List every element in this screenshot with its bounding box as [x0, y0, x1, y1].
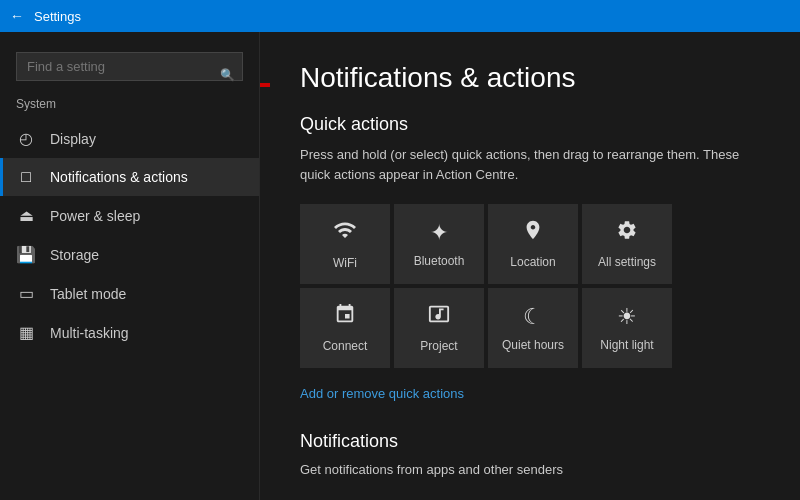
- notifications-icon: □: [16, 168, 36, 186]
- quick-action-project[interactable]: Project: [394, 288, 484, 368]
- sidebar-item-power-label: Power & sleep: [50, 208, 140, 224]
- add-remove-link[interactable]: Add or remove quick actions: [300, 386, 464, 401]
- sidebar-item-notifications-label: Notifications & actions: [50, 169, 188, 185]
- quick-action-connect[interactable]: Connect: [300, 288, 390, 368]
- sidebar-item-multitasking[interactable]: ▦ Multi-tasking: [0, 313, 259, 352]
- sidebar-item-multitasking-label: Multi-tasking: [50, 325, 129, 341]
- quick-action-quiet-hours[interactable]: ☾ Quiet hours: [488, 288, 578, 368]
- sidebar-item-tablet[interactable]: ▭ Tablet mode: [0, 274, 259, 313]
- quick-action-bluetooth[interactable]: ✦ Bluetooth: [394, 204, 484, 284]
- page-title: Notifications & actions: [300, 62, 760, 94]
- night-light-icon: ☀: [617, 304, 637, 330]
- sidebar: 🔍 System ◴ Display □ Notifications & act…: [0, 32, 260, 500]
- location-icon: [522, 219, 544, 247]
- quiet-hours-label: Quiet hours: [502, 338, 564, 352]
- sidebar-item-display-label: Display: [50, 131, 96, 147]
- quick-action-location[interactable]: Location: [488, 204, 578, 284]
- sidebar-item-tablet-label: Tablet mode: [50, 286, 126, 302]
- notifications-section-title: Notifications: [300, 431, 760, 452]
- sidebar-item-storage[interactable]: 💾 Storage: [0, 235, 259, 274]
- location-label: Location: [510, 255, 555, 269]
- project-label: Project: [420, 339, 457, 353]
- multitasking-icon: ▦: [16, 323, 36, 342]
- storage-icon: 💾: [16, 245, 36, 264]
- wifi-icon: [333, 218, 357, 248]
- quick-actions-grid: WiFi ✦ Bluetooth Location: [300, 204, 760, 368]
- search-container: 🔍: [0, 52, 259, 97]
- app-title: Settings: [34, 9, 81, 24]
- arrow-annotation: [260, 60, 275, 114]
- main-layout: 🔍 System ◴ Display □ Notifications & act…: [0, 32, 800, 500]
- quick-action-night-light[interactable]: ☀ Night light: [582, 288, 672, 368]
- all-settings-icon: [616, 219, 638, 247]
- sidebar-item-display[interactable]: ◴ Display: [0, 119, 259, 158]
- content-area: Notifications & actions Quick actions Pr…: [260, 32, 800, 500]
- search-icon: 🔍: [220, 68, 235, 82]
- quick-actions-desc: Press and hold (or select) quick actions…: [300, 145, 760, 184]
- sidebar-section-label: System: [0, 97, 259, 119]
- all-settings-label: All settings: [598, 255, 656, 269]
- notifications-desc: Get notifications from apps and other se…: [300, 462, 760, 477]
- back-button[interactable]: ←: [10, 8, 24, 24]
- moon-icon: ☾: [523, 304, 543, 330]
- connect-label: Connect: [323, 339, 368, 353]
- search-input[interactable]: [16, 52, 243, 81]
- quick-action-all-settings[interactable]: All settings: [582, 204, 672, 284]
- power-icon: ⏏: [16, 206, 36, 225]
- display-icon: ◴: [16, 129, 36, 148]
- sidebar-item-notifications[interactable]: □ Notifications & actions: [0, 158, 259, 196]
- wifi-label: WiFi: [333, 256, 357, 270]
- tablet-icon: ▭: [16, 284, 36, 303]
- quick-action-wifi[interactable]: WiFi: [300, 204, 390, 284]
- night-light-label: Night light: [600, 338, 653, 352]
- sidebar-item-storage-label: Storage: [50, 247, 99, 263]
- connect-icon: [334, 303, 356, 331]
- sidebar-item-power[interactable]: ⏏ Power & sleep: [0, 196, 259, 235]
- bluetooth-label: Bluetooth: [414, 254, 465, 268]
- bluetooth-icon: ✦: [430, 220, 448, 246]
- title-bar: ← Settings: [0, 0, 800, 32]
- project-icon: [428, 303, 450, 331]
- quick-actions-title: Quick actions: [300, 114, 760, 135]
